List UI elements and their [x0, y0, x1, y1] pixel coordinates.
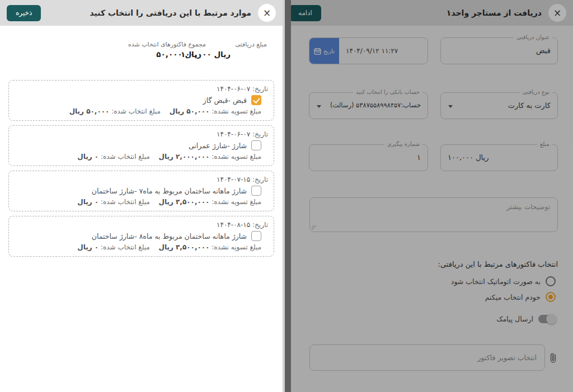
invoice-select-modal: × موارد مرتبط با این دریافتی را انتخاب ک…	[0, 0, 283, 392]
invoice-date-row: تاریخ: ۱۴۰۴-۰۶-۰۷	[15, 130, 268, 138]
invoice-amounts-row: مبلغ تسویه نشده: ۲,۰۰۰,۰۰۰ ریال مبلغ انت…	[15, 153, 261, 160]
selected-total-value: ۵۰,۰۰۰ ریال	[156, 50, 201, 59]
invoice-title: قبض -قبض گاز	[203, 96, 247, 105]
unsettled-amount-value: ۵۰,۰۰۰ ریال	[170, 107, 210, 115]
invoice-amounts-row: مبلغ تسویه نشده: ۳,۵۰۰,۰۰۰ ریال مبلغ انت…	[15, 198, 261, 206]
selected-amount-label: مبلغ انتخاب شده:	[101, 198, 150, 206]
invoice-date-value: ۱۴۰۴-۰۶-۰۷	[217, 85, 250, 93]
invoice-list: تاریخ: ۱۴۰۴-۰۶-۰۷ قبض -قبض گاز مبلغ تسوی…	[0, 60, 283, 257]
invoice-checkbox[interactable]	[251, 231, 261, 241]
selected-amount-label: مبلغ انتخاب شده:	[111, 107, 161, 115]
invoice-select-modal-body: مبلغ دریافتی ۱۰۰,۰۰۰ ریال مجموع فاکتورها…	[0, 26, 283, 257]
received-amount-label: مبلغ دریافتی	[235, 41, 267, 48]
invoice-date-value: ۱۴۰۴-۰۷-۱۵	[217, 176, 250, 183]
invoice-amounts-row: مبلغ تسویه نشده: ۵۰,۰۰۰ ریال مبلغ انتخاب…	[15, 107, 261, 115]
selected-amount-value: ۰ ریال	[77, 198, 98, 206]
invoice-card[interactable]: تاریخ: ۱۴۰۴-۰۶-۰۷ شارژ -شارژ عمرانی مبلغ…	[8, 125, 274, 166]
unsettled-amount-value: ۳,۵۰۰,۰۰۰ ریال	[159, 243, 210, 251]
unsettled-amount-label: مبلغ تسویه نشده:	[212, 153, 261, 160]
invoice-checkbox[interactable]	[251, 95, 261, 105]
invoice-checkbox[interactable]	[251, 186, 261, 196]
invoice-date-label: تاریخ:	[252, 130, 268, 138]
invoice-checkbox[interactable]	[251, 140, 261, 150]
unsettled-amount-value: ۲,۰۰۰,۰۰۰ ریال	[159, 153, 210, 160]
close-icon[interactable]: ×	[258, 4, 276, 22]
invoice-date-row: تاریخ: ۱۴۰۴-۰۸-۱۵	[15, 221, 268, 229]
selected-amount-value: ۰ ریال	[77, 243, 98, 251]
invoice-card[interactable]: تاریخ: ۱۴۰۴-۰۶-۰۷ قبض -قبض گاز مبلغ تسوی…	[8, 80, 274, 121]
invoice-card[interactable]: تاریخ: ۱۴۰۴-۰۸-۱۵ شارژ ماهانه ساختمان مر…	[8, 216, 274, 257]
invoice-title: شارژ ماهانه ساختمان مربوط به ماه۷ -شارژ …	[92, 187, 247, 195]
unsettled-amount-label: مبلغ تسویه نشده:	[212, 243, 261, 251]
screen: × دریافت از مستاجر واحد۱ ادامه عنوان دری…	[0, 0, 573, 392]
modal-overlay[interactable]	[283, 0, 573, 392]
unsettled-amount-label: مبلغ تسویه نشده:	[212, 198, 261, 206]
invoice-date-label: تاریخ:	[252, 85, 268, 93]
selected-total-label: مجموع فاکتورهای انتخاب شده	[128, 41, 206, 48]
selected-amount-value: ۰ ریال	[77, 153, 98, 160]
invoice-card[interactable]: تاریخ: ۱۴۰۴-۰۷-۱۵ شارژ ماهانه ساختمان مر…	[8, 171, 274, 211]
invoice-select-modal-title: موارد مرتبط با این دریافتی را انتخاب کنی…	[90, 8, 251, 17]
unsettled-amount-label: مبلغ تسویه نشده:	[212, 107, 261, 115]
selected-amount-label: مبلغ انتخاب شده:	[101, 243, 150, 251]
invoice-date-value: ۱۴۰۴-۰۶-۰۷	[217, 130, 250, 138]
invoice-date-row: تاریخ: ۱۴۰۴-۰۷-۱۵	[15, 176, 268, 183]
selected-amount-label: مبلغ انتخاب شده:	[101, 153, 150, 160]
invoice-date-label: تاریخ:	[252, 221, 268, 229]
invoice-amounts-row: مبلغ تسویه نشده: ۳,۵۰۰,۰۰۰ ریال مبلغ انت…	[15, 243, 261, 251]
invoice-select-modal-header: × موارد مرتبط با این دریافتی را انتخاب ک…	[0, 0, 283, 26]
amounts-summary: مبلغ دریافتی ۱۰۰,۰۰۰ ریال مجموع فاکتورها…	[0, 26, 283, 60]
invoice-title: شارژ -شارژ عمرانی	[189, 141, 247, 150]
unsettled-amount-value: ۳,۵۰۰,۰۰۰ ریال	[159, 198, 210, 206]
selected-amount-value: ۵۰,۰۰۰ ریال	[69, 107, 110, 115]
invoice-date-row: تاریخ: ۱۴۰۴-۰۶-۰۷	[15, 85, 268, 93]
invoice-date-value: ۱۴۰۴-۰۸-۱۵	[217, 221, 250, 229]
invoice-date-label: تاریخ:	[252, 176, 268, 183]
save-button[interactable]: ذخیره	[7, 5, 41, 21]
invoice-title: شارژ ماهانه ساختمان مربوط به ماه۸ -شارژ …	[92, 232, 247, 240]
